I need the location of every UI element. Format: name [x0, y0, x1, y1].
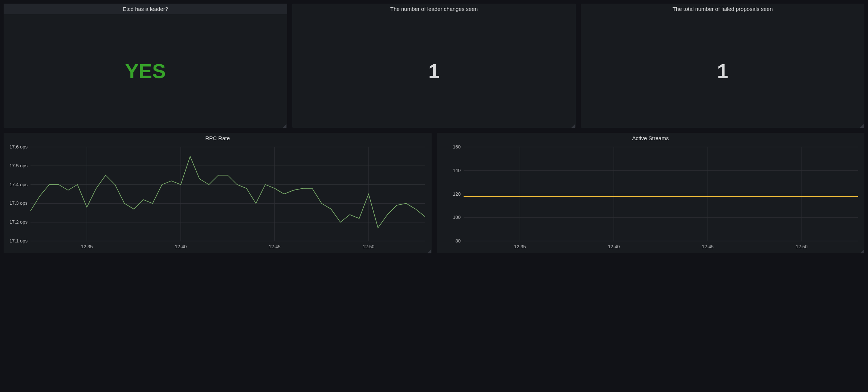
- svg-text:100: 100: [453, 215, 461, 220]
- panel-title: The total number of failed proposals see…: [581, 4, 864, 14]
- chart-rpc-rate: 17.1 ops17.2 ops17.3 ops17.4 ops17.5 ops…: [7, 145, 428, 251]
- panel-body: 1: [581, 14, 864, 128]
- svg-text:120: 120: [453, 191, 461, 197]
- panel-has-leader[interactable]: Etcd has a leader? YES: [4, 4, 287, 128]
- svg-text:12:50: 12:50: [796, 244, 808, 249]
- stat-value: 1: [717, 61, 728, 81]
- panel-title: The number of leader changes seen: [292, 4, 576, 14]
- svg-text:12:45: 12:45: [269, 244, 281, 249]
- svg-text:17.4 ops: 17.4 ops: [9, 182, 28, 187]
- stat-value: YES: [125, 61, 166, 81]
- panel-body: 1: [292, 14, 576, 128]
- panel-failed-proposals[interactable]: The total number of failed proposals see…: [581, 4, 864, 128]
- svg-text:17.2 ops: 17.2 ops: [9, 219, 28, 225]
- chart-area: 8010012014016012:3512:4012:4512:50: [437, 143, 865, 253]
- panel-rpc-rate[interactable]: RPC Rate 17.1 ops17.2 ops17.3 ops17.4 op…: [4, 133, 432, 253]
- svg-text:80: 80: [455, 238, 460, 244]
- svg-text:12:50: 12:50: [363, 244, 375, 249]
- svg-text:17.1 ops: 17.1 ops: [9, 238, 28, 244]
- resize-handle-icon[interactable]: [427, 250, 431, 253]
- chart-active-streams: 8010012014016012:3512:4012:4512:50: [440, 145, 861, 251]
- svg-text:12:45: 12:45: [702, 244, 714, 249]
- panel-title: Etcd has a leader?: [4, 4, 287, 14]
- resize-handle-icon[interactable]: [571, 124, 575, 128]
- resize-handle-icon[interactable]: [860, 250, 864, 253]
- svg-text:140: 140: [453, 168, 461, 173]
- stat-value: 1: [428, 61, 440, 81]
- svg-text:12:35: 12:35: [514, 244, 526, 249]
- panel-active-streams[interactable]: Active Streams 8010012014016012:3512:401…: [437, 133, 865, 253]
- svg-text:17.3 ops: 17.3 ops: [9, 200, 28, 206]
- svg-text:12:40: 12:40: [608, 244, 620, 249]
- svg-text:17.5 ops: 17.5 ops: [9, 163, 28, 168]
- svg-text:17.6 ops: 17.6 ops: [9, 145, 28, 150]
- chart-area: 17.1 ops17.2 ops17.3 ops17.4 ops17.5 ops…: [4, 143, 432, 253]
- panel-leader-changes[interactable]: The number of leader changes seen 1: [292, 4, 576, 128]
- resize-handle-icon[interactable]: [283, 124, 286, 128]
- svg-text:160: 160: [453, 145, 461, 150]
- panel-title: Active Streams: [437, 133, 865, 143]
- resize-handle-icon[interactable]: [860, 124, 864, 128]
- svg-text:12:40: 12:40: [175, 244, 187, 249]
- panel-body: YES: [4, 14, 287, 128]
- svg-text:12:35: 12:35: [81, 244, 93, 249]
- panel-title: RPC Rate: [4, 133, 432, 143]
